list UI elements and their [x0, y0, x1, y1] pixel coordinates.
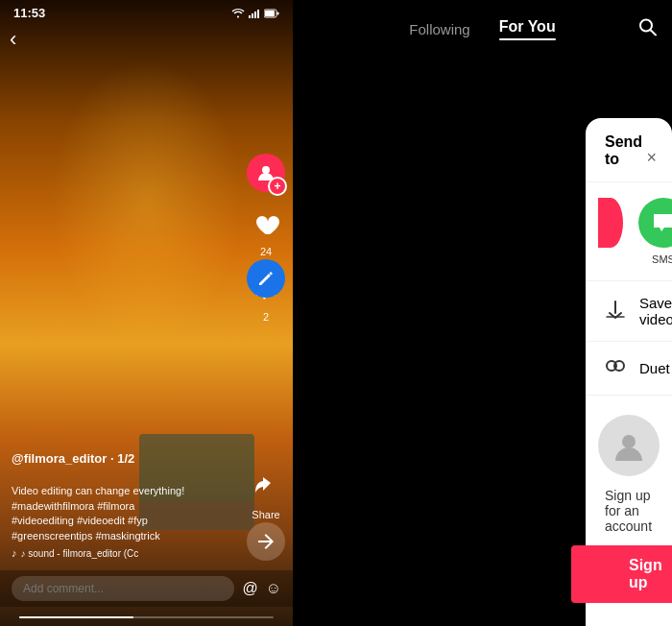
comment-input[interactable]	[12, 576, 234, 601]
signup-button[interactable]: Sign up	[571, 545, 672, 603]
partial-app-icon	[598, 198, 623, 248]
music-icon: ♪	[12, 547, 17, 559]
forward-icon	[253, 475, 278, 500]
wifi-icon	[231, 9, 245, 18]
signal-icon	[249, 9, 260, 18]
svg-point-12	[622, 435, 636, 448]
video-music: ♪ ♪ sound - filmora_editor (Cc	[12, 547, 240, 559]
video-description: Video editing can change everything! #ma…	[12, 470, 240, 543]
profile-icon	[247, 154, 285, 192]
share-icons-row: SMS Twitter Snapchat	[586, 182, 672, 280]
back-button[interactable]: ‹	[10, 27, 16, 52]
close-button[interactable]: ×	[646, 148, 657, 168]
nav-following[interactable]: Following	[409, 21, 469, 37]
share-app-sms[interactable]: SMS	[631, 198, 672, 265]
share-button[interactable]: Share	[247, 469, 285, 520]
nav-for-you[interactable]: For You	[499, 18, 556, 40]
right-panel: Following For You Send to ×	[293, 0, 672, 626]
status-time: 11:53	[13, 6, 45, 20]
sms-icon	[638, 198, 672, 248]
sms-svg	[651, 210, 672, 235]
progress-fill	[19, 616, 133, 618]
emoji-icon[interactable]: ☺	[266, 580, 281, 597]
send-to-sheet: Send to × SMS	[586, 118, 672, 626]
duet-svg	[605, 355, 626, 376]
comment-icons: @ ☺	[242, 580, 281, 597]
comment-count: 2	[263, 311, 269, 323]
status-bar: 11:53	[0, 0, 293, 24]
save-video-label: Save video	[639, 295, 672, 327]
svg-point-8	[640, 20, 652, 32]
progress-bar[interactable]	[19, 616, 274, 618]
share-label: Share	[252, 509, 279, 520]
duet-label: Duet	[639, 360, 670, 376]
edit-icon	[257, 270, 275, 287]
heart-svg	[252, 211, 279, 238]
status-icons	[231, 9, 279, 18]
video-username: @filmora_editor · 1/2	[12, 451, 240, 466]
comment-bar: @ ☺	[0, 570, 293, 607]
user-icon	[256, 163, 276, 182]
heart-icon	[247, 205, 285, 244]
duet-item[interactable]: Duet	[586, 341, 672, 395]
download-icon	[605, 299, 626, 320]
signup-text: Sign up for an account	[605, 488, 653, 534]
svg-point-7	[262, 166, 270, 174]
duet-icon	[605, 355, 626, 381]
battery-icon	[264, 9, 279, 18]
video-glow	[51, 58, 243, 346]
search-icon[interactable]	[637, 17, 657, 41]
svg-rect-1	[252, 13, 253, 18]
svg-rect-3	[257, 10, 259, 18]
like-count: 24	[260, 246, 272, 257]
avatar-placeholder	[598, 415, 660, 476]
video-panel: 11:53 ‹	[0, 0, 293, 626]
mention-icon[interactable]: @	[242, 580, 257, 597]
svg-rect-6	[277, 12, 279, 14]
top-nav: Following For You	[293, 0, 672, 58]
like-action[interactable]: 24	[247, 205, 285, 257]
svg-line-9	[651, 31, 656, 36]
save-video-icon	[605, 299, 626, 325]
partial-share-app[interactable]	[593, 198, 627, 265]
share-icon	[247, 469, 285, 507]
profile-action[interactable]	[247, 154, 285, 192]
svg-rect-5	[265, 11, 275, 16]
search-svg	[637, 17, 657, 36]
navigate-button[interactable]	[247, 522, 285, 561]
avatar-icon	[612, 428, 646, 463]
save-video-item[interactable]: Save video	[586, 280, 672, 341]
sms-label: SMS	[652, 253, 672, 265]
video-info: @filmora_editor · 1/2 Video editing can …	[12, 451, 240, 559]
signup-section: Sign up for an account Sign up	[586, 395, 672, 626]
svg-rect-2	[254, 12, 256, 18]
svg-rect-0	[249, 15, 251, 18]
edit-button[interactable]	[247, 259, 285, 298]
navigate-icon	[256, 532, 276, 551]
sheet-header: Send to ×	[586, 133, 672, 182]
